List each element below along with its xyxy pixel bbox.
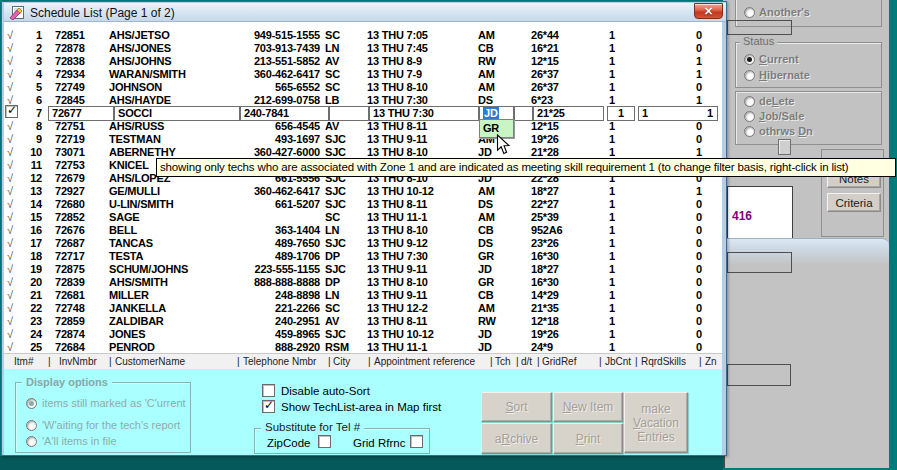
print-button[interactable]: Print [553,423,623,454]
criteria-button[interactable]: Criteria [827,193,881,212]
grid-rfrnc-checkbox[interactable] [410,435,423,448]
table-row[interactable]: √1772687TANCAS489-7650SJC13 THU 9-12DS23… [4,237,722,250]
edit-field-city[interactable] [329,106,369,121]
edit-field-name[interactable]: SOCCI [114,106,240,121]
make-vacation-entries-button[interactable]: makeVacationEntries [624,392,688,453]
show-techlist-checkbox[interactable]: ✓ [262,400,275,413]
display-option-label-1: 'W'aiting for the tech's report [42,419,180,431]
display-option-radio-1[interactable] [26,420,37,431]
cell-tch: GR [478,250,508,263]
cell-itm: 21 [17,289,42,302]
table-row[interactable]: √2172681MILLER248-8898LN13 THU 9-11CB14*… [4,289,722,302]
cell-phone: 489-1706 [224,250,320,263]
cell-zn: 0 [676,133,702,146]
cell-phone: 489-7650 [224,237,320,250]
edit-field-appt[interactable]: 13 THU 7:30 [369,106,479,121]
title-bar[interactable]: Schedule List (Page 1 of 2) [4,3,726,22]
cell-tch: AM [478,68,508,81]
cell-jbcnt: 1 [594,81,615,94]
cell-inv: 72687 [55,237,115,250]
table-row[interactable]: √572749JOHNSON565-6552SC13 THU 8-10AM26*… [4,81,722,94]
table-row[interactable]: √1672676BELL363-1404LN13 THU 8-10CB952A6… [4,224,722,237]
table-row[interactable]: √372838AHS/JOHNS213-551-5852AV13 THU 8-9… [4,55,722,68]
mode-radio-0[interactable] [744,96,755,107]
disable-autosort-checkbox[interactable] [262,384,275,397]
cell-inv: 72838 [55,55,115,68]
display-option-radio-0[interactable] [26,398,37,409]
display-option-label-2: 'A'll items in file [42,435,117,447]
cell-appt: 13 THU 8-11 [367,315,479,328]
cell-tch: AM [478,185,508,198]
cell-city: RSM [325,341,365,353]
cell-zn: 0 [676,29,702,42]
edit-field-dt[interactable] [514,106,533,121]
cell-jbcnt: 1 [594,68,615,81]
table-row[interactable]: √1972875SCHUM/JOHNS223-555-1155SJC13 THU… [4,263,722,276]
edit-field-grid[interactable]: 21*25 [533,106,604,121]
cell-phone: 459-8965 [224,328,320,341]
edit-field-rqrdskills[interactable]: 11 [638,106,718,121]
edit-field-inv[interactable]: 72677 [48,106,114,121]
column-header-row: Itm#InvNmbrCustomerNameTelephone NmbrCit… [4,353,722,369]
table-row[interactable]: √2572684PENROD888-2920RSM13 THU 11-1JD24… [4,341,722,353]
cell-grid: 16*30 [531,250,593,263]
new-item-button[interactable]: New Item [553,392,623,422]
cell-jbcnt: 1 [594,133,615,146]
archive-button[interactable]: aRchive [481,423,552,454]
display-option-radio-2[interactable] [26,436,37,447]
cell-itm: 8 [17,120,42,133]
cell-appt: 13 THU 8-9 [367,55,479,68]
cell-jbcnt: 1 [594,250,615,263]
status-radio-1[interactable] [744,70,755,81]
cell-appt: 13 THU 7:45 [367,42,479,55]
status-radio-0[interactable] [744,54,755,65]
table-row[interactable]: √272878AHS/JONES703-913-7439LN13 THU 7:4… [4,42,722,55]
cell-itm: 22 [17,302,42,315]
scrollbar-thumb[interactable] [778,139,791,155]
edit-field-jbcnt[interactable]: 1 [607,106,635,121]
table-row[interactable]: √2272748JANKELLA221-2266SC13 THU 12-2AM2… [4,302,722,315]
schedule-list[interactable]: √172851AHS/JETSO949-515-1555SC13 THU 7:0… [4,22,722,353]
mode-radio-2[interactable] [744,126,755,137]
row-select-checkbox[interactable]: ✓ [5,105,18,118]
show-techlist-label: Show TechList-area in Map first [281,401,441,414]
table-row[interactable]: √1372927GE/MULLI360-462-6417SJC13 THU 10… [4,185,722,198]
close-button[interactable]: × [694,3,723,19]
table-row[interactable]: √1472680U-LIN/SMITH661-5207SJC13 THU 8-1… [4,198,722,211]
cell-inv: 72684 [55,341,115,353]
cell-phone: 240-2951 [224,315,320,328]
table-row[interactable]: √2372859ZALDIBAR240-2951AV13 THU 8-11RW1… [4,315,722,328]
column-header-d-t: d/t [521,355,532,369]
table-row[interactable]: √2072839AHS/SMITH888-888-8888DP13 THU 8-… [4,276,722,289]
sort-button[interactable]: Sort [481,392,552,422]
zipcode-checkbox[interactable] [318,435,331,448]
zn-value: 1 [707,107,713,120]
cell-jbcnt: 1 [594,341,615,353]
table-row[interactable]: √1572852SAGESC13 THU 11-1AM25*3910 [4,211,722,224]
table-row[interactable]: √2472874JONES459-8965SJC13 THU 10-12JD19… [4,328,722,341]
table-row[interactable]: √472934WARAN/SMITH360-462-6417SC13 THU 7… [4,68,722,81]
cell-jbcnt: 1 [594,289,615,302]
cell-itm: 10 [17,146,42,159]
header-separator: | [237,355,240,369]
cell-city: SC [325,68,365,81]
cell-zn: 1 [676,185,702,198]
grid-rfrnc-label: Grid Rfrnc [353,437,405,450]
cell-inv: 72753 [55,159,115,172]
table-row[interactable]: √872751AHS/RUSS656-4545AV13 THU 8-1112*1… [4,120,722,133]
cell-phone: 360-462-6417 [224,68,320,81]
header-separator: | [516,355,519,369]
mode-radio-label-0: deLete [759,95,794,107]
cell-grid: 24*9 [531,341,593,353]
mode-radio-1[interactable] [744,111,755,122]
substitute-group-title: Substitute for Tel # [261,421,364,433]
cell-name: ZALDIBAR [109,315,227,328]
edit-field-phone[interactable]: 240-7841 [240,106,329,121]
cell-zn: 0 [676,42,702,55]
table-row[interactable]: √172851AHS/JETSO949-515-1555SC13 THU 7:0… [4,29,722,42]
cell-itm: 18 [17,250,42,263]
anothers-radio[interactable] [744,7,755,18]
table-row[interactable]: √972719TESTMAN493-1697SJC13 THU 9-11AM19… [4,133,722,146]
cell-city: SC [325,211,365,224]
table-row[interactable]: √1872717TESTA489-1706DP13 THU 7:30GR16*3… [4,250,722,263]
